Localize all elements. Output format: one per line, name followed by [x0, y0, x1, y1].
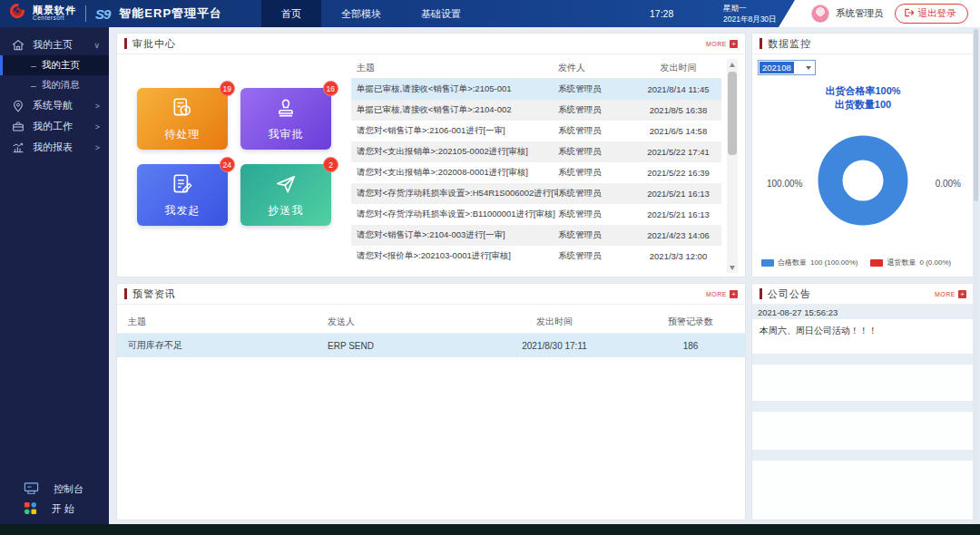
- compose-document-icon: [171, 172, 194, 199]
- logout-label: 退出登录: [918, 7, 956, 20]
- scroll-up-arrow[interactable]: [727, 59, 738, 70]
- approval-table-header: 主题 发件人 发出时间: [351, 57, 721, 79]
- page-scrollbar[interactable]: [973, 27, 979, 524]
- approval-row[interactable]: 单据已审核,请接收<销售订单>:2105-001系统管理员2021/8/14 1…: [351, 79, 721, 100]
- legend-swatch: [761, 259, 774, 267]
- clock-time: 17:28: [650, 0, 673, 27]
- announcement-text[interactable]: 本周六、周日公司活动！！！: [752, 319, 974, 354]
- chevron-down-icon: [806, 66, 811, 70]
- tile-cc-to-me[interactable]: 2 抄送我: [240, 164, 331, 226]
- erp-dashboard-page: 顺景软件 Centersoft S9 智能ERP管理平台 首页 全部模块 基础设…: [0, 0, 980, 535]
- chevron-right-icon: >: [95, 122, 100, 131]
- panel-title: 公司公告: [768, 287, 811, 301]
- report-chart-icon: [11, 141, 25, 155]
- stamp-icon: [274, 96, 298, 123]
- approval-row[interactable]: 请您对<支出报销单>:202008-0001进行[审核]系统管理员2021/5/…: [351, 162, 721, 183]
- donut-label-right: 0.00%: [936, 179, 961, 189]
- column-header-sender: 发件人: [558, 62, 635, 74]
- empty-announcement-body: [752, 461, 974, 520]
- sidebar-group-my-work[interactable]: 我的工作 >: [0, 116, 109, 137]
- weekday-label: 星期一: [723, 3, 777, 14]
- title-marker: [760, 288, 762, 299]
- nav-tab-home[interactable]: 首页: [261, 0, 321, 27]
- chevron-right-icon: >: [95, 143, 100, 152]
- brand-swirl-icon: [7, 2, 27, 25]
- column-header-record-count: 预警记录数: [636, 316, 745, 328]
- content-area: 审批中心 MORE + 19 待处理 16: [109, 27, 980, 524]
- empty-announcement-body: [752, 412, 974, 450]
- approval-row[interactable]: 请您对<销售订单>:2104-003进行[一审]系统管理员2021/4/23 1…: [351, 225, 721, 246]
- user-avatar[interactable]: [811, 5, 829, 23]
- chevron-right-icon: >: [95, 102, 100, 111]
- column-header-senttime: 发出时间: [473, 316, 636, 328]
- legend-item-return: 退货数量 0 (0.00%): [870, 258, 951, 268]
- approval-panel-header: 审批中心 MORE +: [117, 34, 745, 54]
- alert-row[interactable]: 可用库存不足 ERP SEND 2021/8/30 17:11 186: [117, 334, 745, 357]
- tile-badge: 2: [323, 157, 338, 172]
- approval-center-panel: 审批中心 MORE + 19 待处理 16: [116, 33, 746, 277]
- shipment-qty-text: 出货数量100: [752, 98, 974, 112]
- panel-title: 审批中心: [132, 37, 176, 51]
- announcements-more-button[interactable]: MORE +: [935, 290, 966, 298]
- column-header-sender: 发送人: [328, 316, 473, 328]
- alerts-panel: 预警资讯 MORE + 主题 发送人 发出时间 预警记录数 可用库存不足 ERP…: [116, 283, 746, 520]
- period-select[interactable]: 202108: [758, 60, 816, 75]
- logout-icon: [904, 7, 915, 20]
- date-block: 星期一 2021年8月30日: [715, 3, 777, 24]
- approval-row[interactable]: 单据已审核,请接收<销售订单>:2104-002系统管理员2021/8/5 16…: [351, 100, 721, 121]
- topbar-user-area: 系统管理员 退出登录: [779, 0, 980, 27]
- clipboard-clock-icon: [171, 96, 194, 123]
- tile-badge: 19: [220, 81, 235, 96]
- column-header-subject: 主题: [117, 316, 328, 328]
- approval-more-button[interactable]: MORE +: [706, 40, 738, 48]
- empty-announcement-row: [752, 354, 974, 365]
- sidebar-group-my-home[interactable]: 我的主页 ∨: [0, 34, 109, 55]
- start-button[interactable]: 开 始: [0, 499, 109, 519]
- chart-legend: 合格数量 100 (100.00%) 退货数量 0 (0.00%): [761, 258, 951, 268]
- alerts-table: 主题 发送人 发出时间 预警记录数 可用库存不足 ERP SEND 2021/8…: [117, 310, 745, 357]
- logout-button[interactable]: 退出登录: [895, 4, 968, 24]
- empty-announcement-row: [752, 401, 974, 412]
- nav-tab-all-modules[interactable]: 全部模块: [321, 0, 401, 27]
- tile-initiated-by-me[interactable]: 24 我发起: [137, 164, 228, 226]
- page-scrollbar-thumb[interactable]: [974, 29, 978, 201]
- legend-item-pass: 合格数量 100 (100.00%): [761, 258, 858, 268]
- sidebar-group-system-nav[interactable]: 系统导航 >: [0, 95, 109, 116]
- monitor-panel-header: 数据监控: [752, 34, 974, 54]
- top-navigation: 首页 全部模块 基础设置: [261, 0, 481, 27]
- sidebar-group-label: 我的工作: [33, 120, 73, 133]
- sidebar-bottom: 控制台 开 始: [0, 479, 109, 519]
- scrollbar-thumb[interactable]: [728, 72, 737, 155]
- title-marker: [124, 38, 127, 49]
- nav-tab-basic-settings[interactable]: 基础设置: [401, 0, 481, 27]
- approval-row[interactable]: 请您对<销售订单>:2106-001进行[一审]系统管理员2021/6/5 14…: [351, 121, 721, 141]
- sidebar-group-label: 我的主页: [33, 38, 73, 52]
- column-header-subject: 主题: [351, 62, 558, 74]
- approval-row[interactable]: 请您对<报价单>:202103-0001进行[审核]系统管理员2021/3/3 …: [351, 246, 721, 267]
- tile-my-approvals[interactable]: 16 我审批: [240, 88, 331, 150]
- approval-row[interactable]: 请您对<存货浮动耗损率设置>:H54R1S006002进行[审核]系统管理员20…: [351, 183, 721, 204]
- empty-announcement-row: [752, 450, 974, 461]
- column-header-senttime: 发出时间: [635, 62, 721, 74]
- panel-title: 预警资讯: [132, 287, 176, 301]
- date-label: 2021年8月30日: [723, 14, 777, 24]
- tile-pending[interactable]: 19 待处理: [137, 88, 228, 150]
- panel-title: 数据监控: [768, 37, 811, 51]
- alerts-panel-header: 预警资讯 MORE +: [117, 284, 745, 305]
- alerts-more-button[interactable]: MORE +: [706, 290, 738, 298]
- plus-icon: +: [730, 40, 738, 48]
- brand-subname: Centersoft: [33, 15, 76, 22]
- sidebar-item-my-home[interactable]: 我的主页: [0, 55, 109, 75]
- sidebar-group-my-reports[interactable]: 我的报表 >: [0, 137, 109, 158]
- approval-row[interactable]: 请您对<存货浮动耗损率设置>:B11000001进行[审核]系统管理员2021/…: [351, 204, 721, 225]
- data-monitor-panel: 数据监控 202108 出货合格率100% 出货数量100 100.00% 0.…: [751, 33, 975, 277]
- scroll-down-arrow[interactable]: [727, 262, 738, 273]
- console-button[interactable]: 控制台: [0, 479, 109, 499]
- approval-row[interactable]: 请您对<支出报销单>:202105-0002进行[审核]系统管理员2021/5/…: [351, 141, 721, 162]
- monitor-summary: 出货合格率100% 出货数量100: [752, 84, 974, 112]
- bottom-taskbar: [0, 524, 980, 535]
- approval-list-scrollbar[interactable]: [727, 59, 738, 273]
- period-value: 202108: [760, 62, 794, 73]
- sidebar-item-my-messages[interactable]: 我的消息: [0, 75, 109, 95]
- title-marker: [760, 38, 762, 49]
